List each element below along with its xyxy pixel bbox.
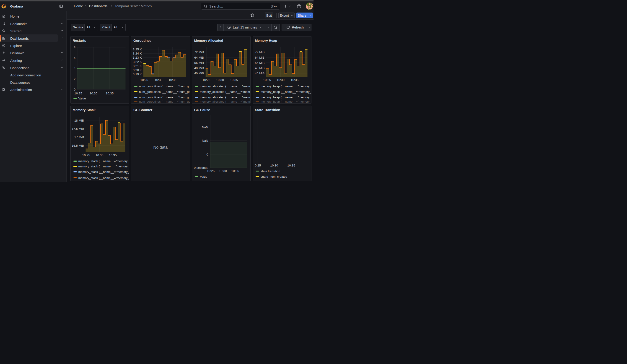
svg-text:40 MiB: 40 MiB <box>194 72 204 75</box>
svg-text:10:30: 10:30 <box>277 78 285 82</box>
svg-text:3.23 K: 3.23 K <box>133 56 142 59</box>
svg-text:8: 8 <box>74 46 75 49</box>
svg-text:6: 6 <box>74 56 75 59</box>
svg-text:10:25: 10:25 <box>82 154 90 157</box>
svg-text:10:35: 10:35 <box>109 154 117 157</box>
svg-text:3.20 K: 3.20 K <box>133 68 142 72</box>
svg-text:10:35: 10:35 <box>231 169 239 173</box>
svg-text:64 MiB: 64 MiB <box>194 56 204 59</box>
svg-text:0:25: 0:25 <box>255 164 261 167</box>
svg-text:10:25: 10:25 <box>74 92 82 95</box>
svg-text:10:35: 10:35 <box>168 78 176 82</box>
svg-text:48 MiB: 48 MiB <box>255 66 265 70</box>
svg-text:10:25: 10:25 <box>263 78 271 82</box>
svg-text:2: 2 <box>74 77 75 81</box>
svg-text:0: 0 <box>74 88 75 91</box>
svg-text:3.21 K: 3.21 K <box>133 64 142 67</box>
svg-text:10:35: 10:35 <box>230 78 238 82</box>
svg-text:17.5 MiB: 17.5 MiB <box>72 127 84 130</box>
svg-text:10:35: 10:35 <box>287 164 295 167</box>
svg-text:NaN: NaN <box>202 125 208 129</box>
svg-text:10:30: 10:30 <box>270 164 278 167</box>
svg-text:10:30: 10:30 <box>96 154 104 157</box>
svg-text:40 MiB: 40 MiB <box>255 72 265 75</box>
svg-text:NaN: NaN <box>202 139 208 142</box>
svg-text:0 seconds: 0 seconds <box>194 166 208 169</box>
svg-text:72 MiB: 72 MiB <box>255 51 265 54</box>
svg-text:10:35: 10:35 <box>105 92 113 95</box>
svg-text:10:30: 10:30 <box>216 78 224 82</box>
svg-text:10:25: 10:25 <box>203 78 210 82</box>
svg-text:10:35: 10:35 <box>291 78 299 82</box>
svg-text:48 MiB: 48 MiB <box>194 66 204 70</box>
svg-text:0: 0 <box>206 153 208 156</box>
svg-text:3.25 K: 3.25 K <box>133 48 142 51</box>
svg-text:3.24 K: 3.24 K <box>133 52 142 55</box>
svg-text:10:30: 10:30 <box>89 92 97 95</box>
svg-text:64 MiB: 64 MiB <box>255 56 265 59</box>
svg-text:18 MiB: 18 MiB <box>74 119 84 122</box>
svg-text:56 MiB: 56 MiB <box>255 61 265 64</box>
svg-text:17 MiB: 17 MiB <box>74 135 84 139</box>
svg-text:4: 4 <box>74 67 75 70</box>
svg-text:56 MiB: 56 MiB <box>194 61 204 64</box>
svg-text:10:25: 10:25 <box>140 78 148 82</box>
svg-text:10:25: 10:25 <box>207 169 214 173</box>
svg-text:3.22 K: 3.22 K <box>133 60 142 63</box>
svg-text:10:30: 10:30 <box>155 78 162 82</box>
svg-text:16.5 MiB: 16.5 MiB <box>72 144 84 147</box>
svg-text:10:30: 10:30 <box>219 169 227 173</box>
svg-text:3.19 K: 3.19 K <box>133 73 142 76</box>
svg-text:72 MiB: 72 MiB <box>194 51 204 54</box>
